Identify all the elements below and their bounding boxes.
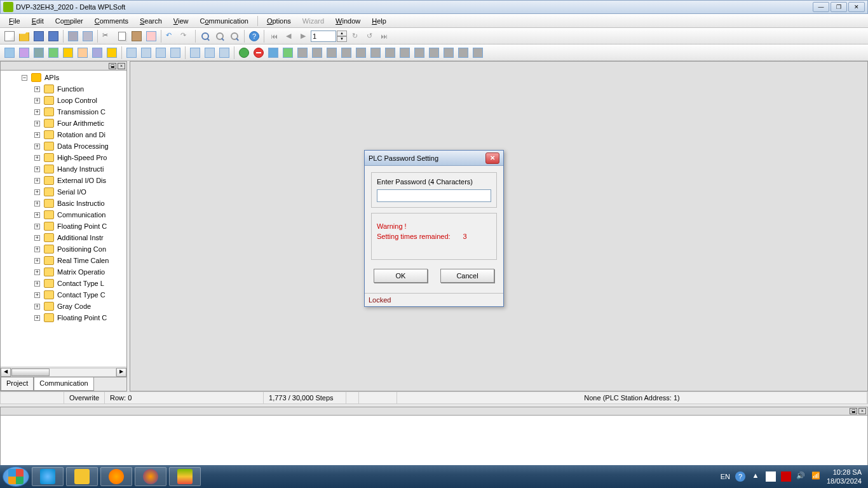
expand-icon[interactable]: + [34, 201, 40, 207]
nav-next-button[interactable]: ↻ [348, 29, 362, 43]
paste-button[interactable] [130, 29, 144, 43]
tree-item[interactable]: +Communication [1, 209, 126, 220]
tb2-btn-20[interactable] [295, 46, 309, 60]
tb2-btn-15[interactable] [217, 46, 231, 60]
tray-flag-icon[interactable] [766, 471, 776, 482]
stop-button[interactable] [252, 46, 266, 60]
tb2-btn-28[interactable] [412, 46, 426, 60]
tray-wifi-icon[interactable]: 📶 [811, 471, 822, 482]
taskbar-firefox[interactable] [135, 467, 166, 486]
tray-lang[interactable]: EN [721, 473, 730, 480]
tb2-btn-7[interactable] [90, 46, 104, 60]
menu-compiler[interactable]: Compiler [50, 16, 88, 26]
menu-help[interactable]: Help [367, 16, 391, 26]
menu-edit[interactable]: Edit [27, 16, 49, 26]
tb2-btn-9[interactable] [125, 46, 139, 60]
tree-item[interactable]: +Basic Instructio [1, 198, 126, 209]
dialog-titlebar[interactable]: PLC Password Setting ✕ [365, 151, 503, 166]
tb2-btn-10[interactable] [139, 46, 153, 60]
menu-file[interactable]: File [4, 16, 25, 26]
cut-button[interactable]: ✂ [100, 29, 114, 43]
tree-item[interactable]: +Serial I/O [1, 186, 126, 198]
tree-item[interactable]: +Handy Instructi [1, 163, 126, 175]
menu-search[interactable]: Search [135, 16, 167, 26]
tb2-btn-30[interactable] [442, 46, 456, 60]
expand-icon[interactable]: + [34, 189, 40, 195]
copy-button[interactable] [115, 29, 129, 43]
save-as-button[interactable] [46, 29, 60, 43]
tree-item[interactable]: +Real Time Calen [1, 255, 126, 266]
tb2-btn-5[interactable] [61, 46, 75, 60]
new-button[interactable] [3, 29, 17, 43]
expand-icon[interactable]: + [34, 281, 40, 287]
tb2-btn-14[interactable] [203, 46, 217, 60]
sidebar-close-button[interactable]: × [118, 63, 125, 69]
tb2-btn-32[interactable] [471, 46, 485, 60]
expand-icon[interactable]: + [34, 315, 40, 321]
menu-communication[interactable]: Communication [194, 16, 253, 26]
tree-item[interactable]: +Data Processing [1, 140, 126, 152]
tree-item[interactable]: +Positioning Con [1, 243, 126, 255]
dialog-close-button[interactable]: ✕ [485, 152, 499, 164]
tb2-btn-4[interactable] [46, 46, 60, 60]
nav-end-button[interactable]: ⏭ [377, 29, 391, 43]
open-button[interactable] [17, 29, 31, 43]
expand-icon[interactable]: + [34, 269, 40, 275]
close-button[interactable]: ✕ [848, 2, 865, 12]
expand-icon[interactable]: + [34, 166, 40, 172]
collapse-icon[interactable]: − [22, 75, 27, 81]
tb2-btn-23[interactable] [339, 46, 353, 60]
nav-first-button[interactable]: ⏮ [267, 29, 281, 43]
expand-icon[interactable]: + [34, 247, 40, 252]
print-preview-button[interactable] [81, 29, 95, 43]
tb2-btn-25[interactable] [369, 46, 383, 60]
tb2-btn-21[interactable] [310, 46, 324, 60]
tray-speaker-icon[interactable]: 🔊 [796, 471, 806, 482]
tb2-btn-29[interactable] [427, 46, 441, 60]
expand-icon[interactable]: + [34, 98, 40, 104]
expand-icon[interactable]: + [34, 258, 40, 264]
tb2-btn-8[interactable] [105, 46, 119, 60]
scroll-right-button[interactable]: ▶ [116, 368, 126, 377]
expand-icon[interactable]: + [34, 132, 40, 138]
sidebar-pin-button[interactable]: ⬓ [109, 63, 116, 69]
tab-project[interactable]: Project [1, 377, 34, 391]
tree-item[interactable]: +Loop Control [1, 95, 126, 106]
menu-comments[interactable]: Comments [90, 16, 133, 26]
nav-last-button[interactable]: ↺ [362, 29, 376, 43]
online-button[interactable] [237, 46, 251, 60]
tb2-btn-27[interactable] [398, 46, 412, 60]
tray-help-icon[interactable]: ? [735, 471, 745, 482]
scroll-left-button[interactable]: ◀ [1, 368, 11, 377]
expand-icon[interactable]: + [34, 304, 40, 309]
taskbar-ie[interactable] [32, 467, 64, 486]
tree-item[interactable]: +Gray Code [1, 301, 126, 312]
tb2-btn-22[interactable] [325, 46, 339, 60]
expand-icon[interactable]: + [34, 121, 40, 126]
save-button[interactable] [32, 29, 46, 43]
tree-item[interactable]: +Transmission C [1, 106, 126, 118]
expand-icon[interactable]: + [34, 235, 40, 241]
page-input[interactable] [311, 30, 336, 42]
delete-button[interactable] [144, 29, 158, 43]
tree-root-apis[interactable]: − APIs [1, 72, 126, 83]
redo-button[interactable]: ↷ [179, 29, 193, 43]
expand-icon[interactable]: + [34, 178, 40, 184]
tb2-btn-6[interactable] [76, 46, 90, 60]
tree-item[interactable]: +Matrix Operatio [1, 266, 126, 278]
print-button[interactable] [66, 29, 80, 43]
tb2-btn-26[interactable] [383, 46, 397, 60]
expand-icon[interactable]: + [34, 155, 40, 161]
ok-button[interactable]: OK [374, 269, 428, 283]
tray-up-icon[interactable]: ▲ [750, 471, 761, 482]
taskbar-explorer[interactable] [66, 467, 98, 486]
menu-window[interactable]: Window [330, 16, 365, 26]
download-button[interactable] [266, 46, 280, 60]
nav-goto-button[interactable]: ▶ [296, 29, 310, 43]
tb2-btn-1[interactable] [3, 46, 17, 60]
upload-button[interactable] [281, 46, 295, 60]
undo-button[interactable]: ↶ [164, 29, 178, 43]
tab-communication[interactable]: Communication [34, 377, 93, 391]
scroll-thumb[interactable] [11, 369, 50, 376]
tree-item[interactable]: +Floating Point C [1, 220, 126, 232]
